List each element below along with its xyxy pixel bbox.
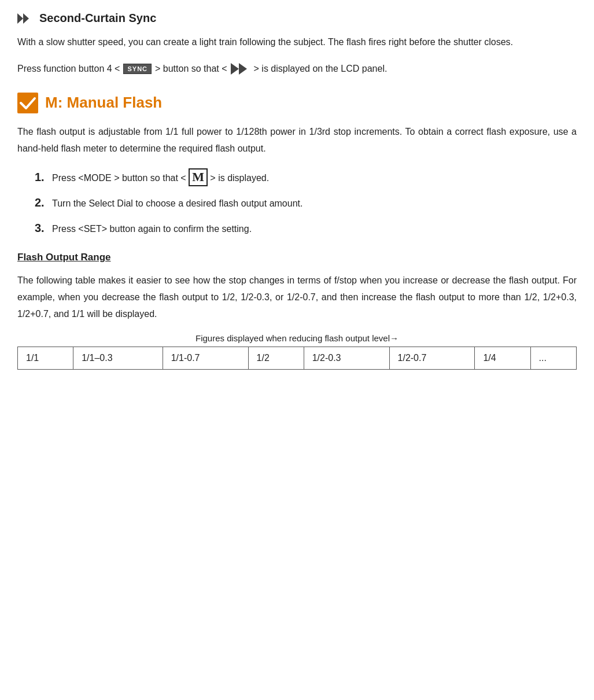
step-2-num: 2. xyxy=(35,193,47,212)
press-line-after: > is displayed on the LCD panel. xyxy=(254,64,388,74)
double-arrow-icon xyxy=(17,12,34,25)
second-curtain-title-row: Second-Curtain Sync xyxy=(17,12,577,25)
step-2-text: Turn the Select Dial to choose a desired… xyxy=(52,196,302,211)
table-cell: 1/1–0.3 xyxy=(73,347,163,369)
manual-flash-title-row: M: Manual Flash xyxy=(17,93,577,113)
second-curtain-body: With a slow shutter speed, you can creat… xyxy=(17,34,577,51)
step-3: 3. Press <SET> button again to confirm t… xyxy=(35,218,577,238)
flash-output-heading: Flash Output Range xyxy=(17,252,577,263)
table-row: 1/11/1–0.31/1-0.71/21/2-0.31/2-0.71/4... xyxy=(18,347,577,369)
svg-marker-3 xyxy=(239,63,247,75)
press-line-middle: > button so that < xyxy=(155,64,227,74)
svg-marker-1 xyxy=(23,13,29,24)
sync-badge: SYNC xyxy=(123,64,152,74)
step-3-num: 3. xyxy=(35,218,47,238)
table-cell: 1/2 xyxy=(248,347,304,369)
manual-flash-body: The flash output is adjustable from 1/1 … xyxy=(17,124,577,157)
step-1-num: 1. xyxy=(35,167,47,187)
table-cell: 1/4 xyxy=(475,347,530,369)
step-1: 1. Press <MODE > button so that < M > is… xyxy=(35,167,577,187)
manual-flash-title: M: Manual Flash xyxy=(45,94,162,112)
flash-table-container: Figures displayed when reducing flash ou… xyxy=(17,333,577,370)
second-curtain-lcd-icon xyxy=(231,61,250,76)
second-curtain-title: Second-Curtain Sync xyxy=(39,12,156,25)
flash-output-table: 1/11/1–0.31/1-0.71/21/2-0.31/2-0.71/4... xyxy=(17,347,577,370)
table-cell: ... xyxy=(530,347,576,369)
table-cell: 1/1-0.7 xyxy=(163,347,248,369)
table-cell: 1/1 xyxy=(18,347,73,369)
press-line-before: Press function button 4 < xyxy=(17,64,120,74)
table-cell: 1/2-0.3 xyxy=(304,347,389,369)
second-curtain-press-line: Press function button 4 < SYNC > button … xyxy=(17,61,577,76)
step-2: 2. Turn the Select Dial to choose a desi… xyxy=(35,193,577,212)
mode-m-icon: M xyxy=(189,168,208,186)
flash-output-section: Flash Output Range The following table m… xyxy=(17,252,577,369)
manual-flash-section: M: Manual Flash The flash output is adju… xyxy=(17,93,577,238)
flash-output-body: The following table makes it easier to s… xyxy=(17,272,577,322)
step-3-text: Press <SET> button again to confirm the … xyxy=(52,221,252,237)
manual-flash-steps: 1. Press <MODE > button so that < M > is… xyxy=(17,167,577,238)
table-cell: 1/2-0.7 xyxy=(389,347,475,369)
svg-marker-0 xyxy=(17,13,23,24)
manual-flash-icon xyxy=(17,93,38,113)
figures-caption: Figures displayed when reducing flash ou… xyxy=(17,333,577,343)
svg-marker-2 xyxy=(231,63,239,75)
step-1-text: Press <MODE > button so that < M > is di… xyxy=(52,168,269,186)
